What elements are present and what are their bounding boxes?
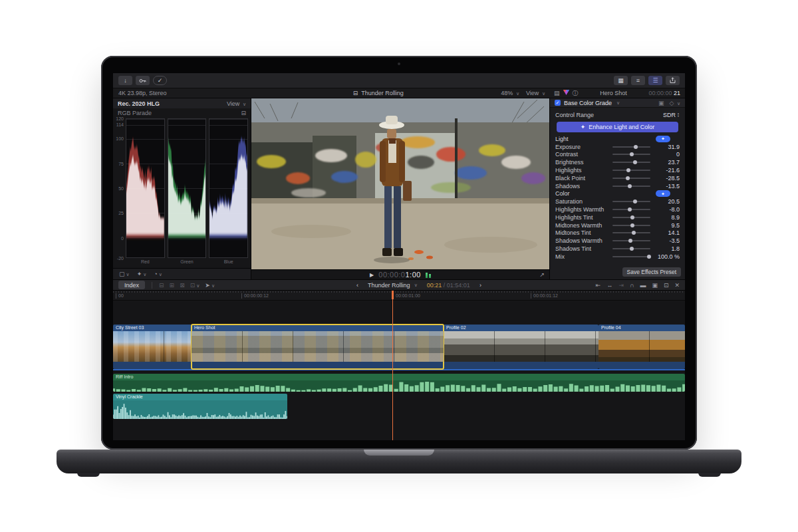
insert-clip-icon[interactable]: ⊞: [170, 282, 175, 289]
slider-thumb[interactable]: [634, 145, 638, 149]
slider-thumb[interactable]: [628, 239, 632, 243]
slider-thumb[interactable]: [632, 231, 636, 235]
audio-meters-icon[interactable]: ▬: [640, 282, 646, 289]
slider-row-contrast[interactable]: Contrast0: [555, 151, 680, 159]
slider-track[interactable]: [612, 209, 650, 210]
slider-track[interactable]: [612, 170, 650, 171]
trim-start-icon[interactable]: ⇤: [596, 282, 601, 289]
video-inspector-tab[interactable]: ▤: [554, 90, 560, 96]
ruler-timecode-label: 00:00:00:12: [241, 293, 269, 299]
slider-track[interactable]: [612, 256, 650, 257]
slider-thumb[interactable]: [630, 247, 634, 251]
effect-enabled-checkbox[interactable]: ✓: [555, 100, 561, 106]
slider-row-shadows[interactable]: Shadows-13.5: [555, 182, 680, 190]
color-board-view-icon[interactable]: ▣: [658, 100, 664, 106]
slider-row-mix[interactable]: Mix100.0 %: [555, 253, 680, 261]
enhance-light-color-button[interactable]: ✦ Enhance Light and Color: [557, 122, 678, 132]
slider-row-highlights[interactable]: Highlights-21.6: [555, 166, 680, 174]
next-project-arrow[interactable]: ›: [479, 282, 481, 289]
control-range-popup[interactable]: SDR ▲▼: [663, 112, 680, 118]
slider-track[interactable]: [612, 225, 650, 226]
import-media-button[interactable]: ↓: [118, 76, 132, 85]
scope-view-menu[interactable]: View ∨: [227, 100, 246, 107]
effects-tool-button[interactable]: ✦∨: [137, 271, 147, 277]
show-timeline-button[interactable]: ≡: [631, 76, 645, 85]
expand-viewer-icon[interactable]: ↗: [539, 271, 545, 278]
solo-headphones-icon[interactable]: ∩: [630, 282, 634, 289]
slider-track[interactable]: [612, 154, 650, 155]
keyframe-diamond-icon[interactable]: ◇ ∨: [669, 100, 680, 106]
slider-thumb[interactable]: [633, 200, 637, 203]
slider-track[interactable]: [612, 146, 650, 148]
parameter-label: Color: [555, 190, 612, 197]
viewer-view-menu[interactable]: View ∨: [526, 90, 545, 96]
crop-tool-button[interactable]: ▢∨: [119, 271, 130, 277]
viewer-zoom-menu[interactable]: 48% ∨: [501, 90, 519, 96]
trim-align-icon[interactable]: ↔: [606, 282, 612, 289]
info-inspector-tab[interactable]: ⓘ: [573, 89, 579, 98]
light-auto-enhance-button[interactable]: ✦: [656, 136, 670, 142]
audio-meters[interactable]: [426, 272, 431, 278]
keyword-editor-button[interactable]: [136, 76, 150, 85]
audio-clip-vinyl-crackle[interactable]: Vinyl Crackle: [113, 394, 287, 419]
effect-name[interactable]: Base Color Grade: [564, 100, 612, 106]
slider-thumb[interactable]: [626, 176, 630, 180]
previous-project-arrow[interactable]: ‹: [356, 282, 358, 289]
scope-settings-icon[interactable]: ⊟: [241, 110, 246, 116]
timeline-ruler[interactable]: 0000:00:00:1200:00:01:0000:00:01:12: [113, 291, 685, 301]
inspector-footer: Save Effects Preset: [550, 265, 685, 279]
slider-row-midtones-tint[interactable]: Midtones Tint14.1: [555, 229, 680, 237]
save-effects-preset-button[interactable]: Save Effects Preset: [622, 267, 682, 277]
parameter-label: Contrast: [555, 151, 612, 158]
slider-thumb[interactable]: [628, 184, 632, 188]
play-button[interactable]: ▶: [370, 272, 374, 278]
playhead[interactable]: [392, 291, 393, 440]
slider-row-highlights-warmth[interactable]: Highlights Warmth-8.0: [555, 205, 680, 213]
audio-clip-riff-intro[interactable]: Riff Intro: [113, 374, 685, 392]
trim-end-icon[interactable]: ⇥: [618, 282, 624, 289]
slider-row-shadows-warmth[interactable]: Shadows Warmth-3.5: [555, 237, 680, 245]
slider-row-exposure[interactable]: Exposure31.9: [555, 143, 680, 151]
slider-row-saturation[interactable]: Saturation20.5: [555, 198, 680, 205]
slider-thumb[interactable]: [630, 215, 634, 219]
show-inspector-button[interactable]: ☰: [648, 76, 662, 85]
clip-appearance-icon[interactable]: ⊡: [664, 282, 669, 289]
slider-thumb[interactable]: [647, 255, 651, 259]
timeline-project-menu[interactable]: Thunder Rolling∨: [368, 282, 418, 289]
slider-track[interactable]: [612, 186, 650, 187]
video-clip-hero-shot[interactable]: Hero Shot: [192, 325, 444, 369]
color-inspector-tab[interactable]: [563, 90, 569, 96]
retime-tool-button[interactable]: ◔∨: [154, 271, 162, 277]
share-button[interactable]: [666, 76, 680, 85]
markers-icon[interactable]: ▣: [652, 282, 658, 289]
slider-thumb[interactable]: [628, 207, 632, 211]
slider-thumb[interactable]: [626, 168, 630, 172]
slider-thumb[interactable]: [633, 160, 637, 164]
slider-track[interactable]: [612, 232, 650, 233]
zoom-fit-icon[interactable]: ✕: [674, 282, 680, 289]
scope-colorspace-label: Rec. 2020 HLG: [118, 100, 160, 107]
select-tool-button[interactable]: ➤∨: [205, 282, 215, 289]
slider-track[interactable]: [612, 201, 650, 202]
background-tasks-button[interactable]: ✓: [153, 76, 167, 85]
slider-row-black-point[interactable]: Black Point-28.5: [555, 174, 680, 182]
slider-track[interactable]: [612, 178, 650, 179]
slider-track[interactable]: [612, 162, 650, 163]
overwrite-clip-icon[interactable]: ⊡∨: [190, 282, 200, 289]
slider-row-brightness[interactable]: Brightness23.7: [555, 158, 680, 166]
connect-clip-icon[interactable]: ⊟: [159, 282, 164, 289]
slider-row-shadows-tint[interactable]: Shadows Tint1.8: [555, 245, 680, 253]
show-browser-button[interactable]: ▦: [614, 76, 628, 85]
info-bar: 4K 23.98p, Stereo ⊟ Thunder Rolling 48% …: [113, 88, 685, 98]
slider-track[interactable]: [612, 217, 650, 218]
index-button[interactable]: Index: [118, 281, 145, 289]
append-clip-icon[interactable]: ⊠: [180, 282, 185, 289]
color-auto-enhance-button[interactable]: ✦: [656, 190, 670, 197]
slider-thumb[interactable]: [630, 223, 634, 227]
slider-track[interactable]: [612, 248, 650, 249]
project-format-info: 4K 23.98p, Stereo: [113, 90, 251, 96]
slider-thumb[interactable]: [630, 152, 634, 156]
slider-row-midtones-warmth[interactable]: Midtones Warmth9.5: [555, 221, 680, 229]
slider-track[interactable]: [612, 240, 650, 241]
slider-row-highlights-tint[interactable]: Highlights Tint8.9: [555, 213, 680, 221]
